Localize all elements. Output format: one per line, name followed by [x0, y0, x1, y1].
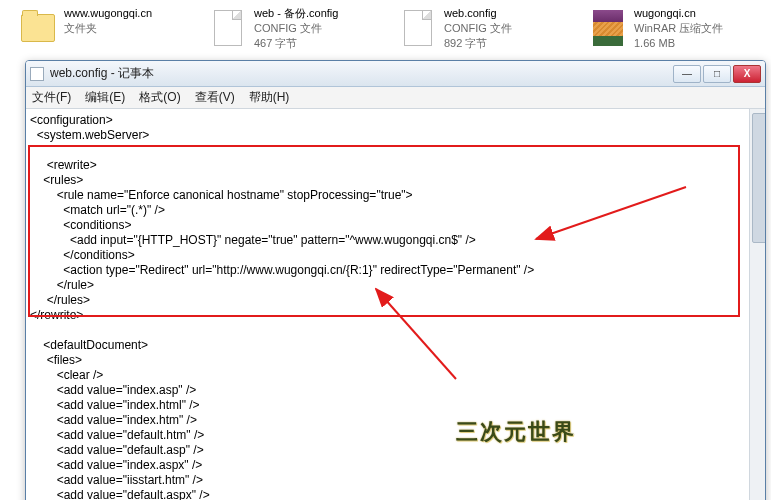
scrollbar-thumb[interactable]	[752, 113, 765, 243]
menubar: 文件(F) 编辑(E) 格式(O) 查看(V) 帮助(H)	[26, 87, 765, 109]
close-button[interactable]: X	[733, 65, 761, 83]
folder-icon	[20, 6, 56, 50]
menu-edit[interactable]: 编辑(E)	[85, 89, 125, 106]
minimize-button[interactable]: —	[673, 65, 701, 83]
file-meta: web - 备份.config CONFIG 文件 467 字节	[254, 6, 338, 51]
code-content: <configuration> <system.webServer> <rewr…	[30, 113, 747, 500]
notepad-icon	[30, 67, 44, 81]
vertical-scrollbar[interactable]	[749, 109, 765, 500]
window-title: web.config - 记事本	[50, 65, 673, 82]
menu-format[interactable]: 格式(O)	[139, 89, 180, 106]
file-item[interactable]: wugongqi.cn WinRAR 压缩文件 1.66 MB	[590, 6, 740, 51]
rar-file-icon	[590, 6, 626, 50]
titlebar[interactable]: web.config - 记事本 — □ X	[26, 61, 765, 87]
file-item[interactable]: web - 备份.config CONFIG 文件 467 字节	[210, 6, 360, 51]
menu-file[interactable]: 文件(F)	[32, 89, 71, 106]
menu-help[interactable]: 帮助(H)	[249, 89, 290, 106]
file-item[interactable]: web.config CONFIG 文件 892 字节	[400, 6, 550, 51]
menu-view[interactable]: 查看(V)	[195, 89, 235, 106]
file-meta: wugongqi.cn WinRAR 压缩文件 1.66 MB	[634, 6, 723, 51]
config-file-icon	[400, 6, 436, 50]
file-meta: www.wugongqi.cn 文件夹	[64, 6, 152, 36]
config-file-icon	[210, 6, 246, 50]
file-meta: web.config CONFIG 文件 892 字节	[444, 6, 512, 51]
file-item[interactable]: www.wugongqi.cn 文件夹	[20, 6, 170, 50]
maximize-button[interactable]: □	[703, 65, 731, 83]
window-buttons: — □ X	[673, 65, 761, 83]
notepad-window: web.config - 记事本 — □ X 文件(F) 编辑(E) 格式(O)…	[25, 60, 766, 500]
watermark: 三次元世界	[456, 417, 576, 447]
desktop-files: www.wugongqi.cn 文件夹 web - 备份.config CONF…	[0, 0, 771, 55]
editor-area[interactable]: <configuration> <system.webServer> <rewr…	[26, 109, 765, 500]
